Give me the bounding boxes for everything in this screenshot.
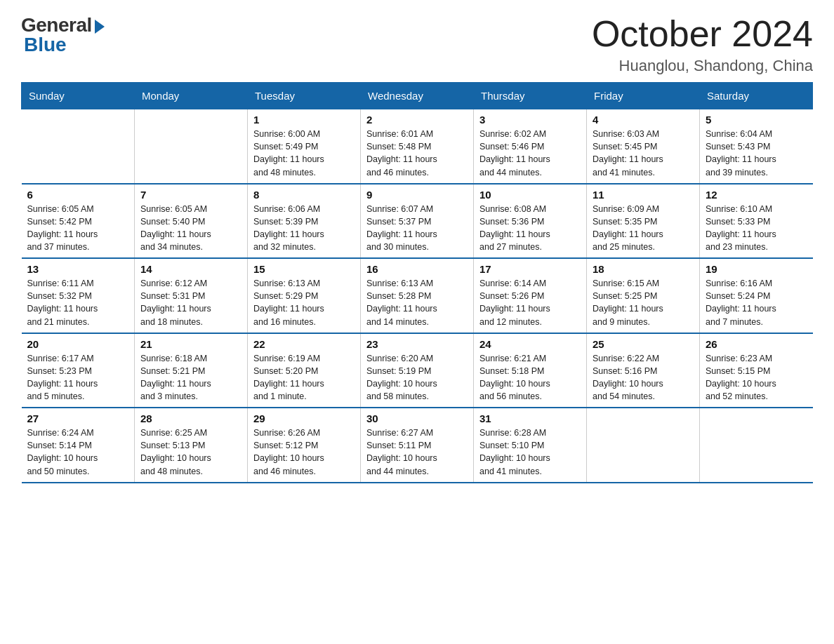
day-info: Sunrise: 6:16 AM Sunset: 5:24 PM Dayligh… bbox=[706, 279, 776, 326]
day-number: 28 bbox=[140, 412, 241, 424]
calendar-week-row: 13Sunrise: 6:11 AM Sunset: 5:32 PM Dayli… bbox=[22, 258, 813, 333]
day-of-week-header: Thursday bbox=[474, 83, 587, 109]
calendar-week-row: 27Sunrise: 6:24 AM Sunset: 5:14 PM Dayli… bbox=[22, 408, 813, 483]
calendar-day-cell: 18Sunrise: 6:15 AM Sunset: 5:25 PM Dayli… bbox=[587, 258, 700, 333]
day-number: 11 bbox=[593, 189, 694, 201]
day-number: 14 bbox=[140, 263, 241, 275]
day-info: Sunrise: 6:05 AM Sunset: 5:40 PM Dayligh… bbox=[140, 204, 211, 252]
calendar-day-cell: 8Sunrise: 6:06 AM Sunset: 5:39 PM Daylig… bbox=[248, 184, 361, 259]
calendar-day-cell bbox=[135, 109, 248, 184]
day-info: Sunrise: 6:12 AM Sunset: 5:31 PM Dayligh… bbox=[140, 279, 211, 326]
day-number: 26 bbox=[706, 338, 807, 350]
calendar-title: October 2024 bbox=[592, 14, 813, 54]
day-info: Sunrise: 6:19 AM Sunset: 5:20 PM Dayligh… bbox=[253, 354, 324, 401]
day-info: Sunrise: 6:15 AM Sunset: 5:25 PM Dayligh… bbox=[593, 279, 663, 326]
calendar-day-cell: 25Sunrise: 6:22 AM Sunset: 5:16 PM Dayli… bbox=[587, 333, 700, 408]
calendar-day-cell: 21Sunrise: 6:18 AM Sunset: 5:21 PM Dayli… bbox=[135, 333, 248, 408]
day-of-week-header: Friday bbox=[587, 83, 700, 109]
day-info: Sunrise: 6:23 AM Sunset: 5:15 PM Dayligh… bbox=[706, 354, 776, 401]
day-number: 2 bbox=[366, 114, 468, 126]
calendar-day-cell: 17Sunrise: 6:14 AM Sunset: 5:26 PM Dayli… bbox=[474, 258, 587, 333]
page-header: General Blue October 2024 Huanglou, Shan… bbox=[21, 14, 813, 75]
day-number: 7 bbox=[140, 189, 241, 201]
logo-arrow-icon bbox=[95, 20, 105, 34]
day-info: Sunrise: 6:05 AM Sunset: 5:42 PM Dayligh… bbox=[27, 204, 98, 252]
day-number: 20 bbox=[27, 338, 129, 350]
day-number: 1 bbox=[253, 114, 355, 126]
day-info: Sunrise: 6:24 AM Sunset: 5:14 PM Dayligh… bbox=[27, 428, 98, 476]
day-number: 22 bbox=[253, 338, 355, 350]
calendar-day-cell: 15Sunrise: 6:13 AM Sunset: 5:29 PM Dayli… bbox=[248, 258, 361, 333]
day-number: 10 bbox=[479, 189, 581, 201]
calendar-day-cell: 5Sunrise: 6:04 AM Sunset: 5:43 PM Daylig… bbox=[700, 109, 813, 184]
calendar-day-cell: 13Sunrise: 6:11 AM Sunset: 5:32 PM Dayli… bbox=[22, 258, 135, 333]
day-number: 8 bbox=[253, 189, 355, 201]
day-number: 3 bbox=[479, 114, 581, 126]
calendar-week-row: 1Sunrise: 6:00 AM Sunset: 5:49 PM Daylig… bbox=[22, 109, 813, 184]
calendar-day-cell bbox=[22, 109, 135, 184]
calendar-day-cell: 29Sunrise: 6:26 AM Sunset: 5:12 PM Dayli… bbox=[248, 408, 361, 483]
calendar-day-cell: 16Sunrise: 6:13 AM Sunset: 5:28 PM Dayli… bbox=[361, 258, 474, 333]
day-of-week-header: Saturday bbox=[700, 83, 813, 109]
logo-blue-text: Blue bbox=[24, 34, 67, 56]
calendar-week-row: 20Sunrise: 6:17 AM Sunset: 5:23 PM Dayli… bbox=[22, 333, 813, 408]
day-number: 21 bbox=[140, 338, 241, 350]
day-info: Sunrise: 6:25 AM Sunset: 5:13 PM Dayligh… bbox=[140, 428, 211, 476]
day-info: Sunrise: 6:07 AM Sunset: 5:37 PM Dayligh… bbox=[366, 204, 437, 252]
calendar-table: SundayMondayTuesdayWednesdayThursdayFrid… bbox=[21, 82, 813, 483]
day-info: Sunrise: 6:13 AM Sunset: 5:29 PM Dayligh… bbox=[253, 279, 324, 326]
calendar-day-cell: 2Sunrise: 6:01 AM Sunset: 5:48 PM Daylig… bbox=[361, 109, 474, 184]
calendar-day-cell: 28Sunrise: 6:25 AM Sunset: 5:13 PM Dayli… bbox=[135, 408, 248, 483]
day-header-row: SundayMondayTuesdayWednesdayThursdayFrid… bbox=[22, 83, 813, 109]
day-number: 13 bbox=[27, 263, 129, 275]
day-info: Sunrise: 6:21 AM Sunset: 5:18 PM Dayligh… bbox=[479, 354, 550, 401]
calendar-day-cell: 10Sunrise: 6:08 AM Sunset: 5:36 PM Dayli… bbox=[474, 184, 587, 259]
logo: General Blue bbox=[21, 14, 105, 56]
calendar-day-cell: 4Sunrise: 6:03 AM Sunset: 5:45 PM Daylig… bbox=[587, 109, 700, 184]
day-of-week-header: Tuesday bbox=[248, 83, 361, 109]
calendar-day-cell: 20Sunrise: 6:17 AM Sunset: 5:23 PM Dayli… bbox=[22, 333, 135, 408]
day-of-week-header: Wednesday bbox=[361, 83, 474, 109]
day-info: Sunrise: 6:18 AM Sunset: 5:21 PM Dayligh… bbox=[140, 354, 211, 401]
calendar-day-cell: 30Sunrise: 6:27 AM Sunset: 5:11 PM Dayli… bbox=[361, 408, 474, 483]
calendar-day-cell: 22Sunrise: 6:19 AM Sunset: 5:20 PM Dayli… bbox=[248, 333, 361, 408]
day-info: Sunrise: 6:06 AM Sunset: 5:39 PM Dayligh… bbox=[253, 204, 324, 252]
day-info: Sunrise: 6:00 AM Sunset: 5:49 PM Dayligh… bbox=[253, 129, 324, 177]
day-info: Sunrise: 6:10 AM Sunset: 5:33 PM Dayligh… bbox=[706, 204, 776, 252]
day-info: Sunrise: 6:02 AM Sunset: 5:46 PM Dayligh… bbox=[479, 129, 550, 177]
day-number: 12 bbox=[706, 189, 807, 201]
calendar-week-row: 6Sunrise: 6:05 AM Sunset: 5:42 PM Daylig… bbox=[22, 184, 813, 259]
calendar-day-cell: 26Sunrise: 6:23 AM Sunset: 5:15 PM Dayli… bbox=[700, 333, 813, 408]
day-info: Sunrise: 6:26 AM Sunset: 5:12 PM Dayligh… bbox=[253, 428, 324, 476]
calendar-day-cell bbox=[700, 408, 813, 483]
day-info: Sunrise: 6:14 AM Sunset: 5:26 PM Dayligh… bbox=[479, 279, 550, 326]
day-number: 24 bbox=[479, 338, 581, 350]
calendar-day-cell: 14Sunrise: 6:12 AM Sunset: 5:31 PM Dayli… bbox=[135, 258, 248, 333]
title-section: October 2024 Huanglou, Shandong, China bbox=[592, 14, 813, 75]
day-number: 19 bbox=[706, 263, 807, 275]
day-info: Sunrise: 6:09 AM Sunset: 5:35 PM Dayligh… bbox=[593, 204, 663, 252]
calendar-day-cell: 23Sunrise: 6:20 AM Sunset: 5:19 PM Dayli… bbox=[361, 333, 474, 408]
day-info: Sunrise: 6:22 AM Sunset: 5:16 PM Dayligh… bbox=[593, 354, 663, 401]
calendar-day-cell: 6Sunrise: 6:05 AM Sunset: 5:42 PM Daylig… bbox=[22, 184, 135, 259]
day-number: 4 bbox=[593, 114, 694, 126]
calendar-day-cell: 1Sunrise: 6:00 AM Sunset: 5:49 PM Daylig… bbox=[248, 109, 361, 184]
day-info: Sunrise: 6:04 AM Sunset: 5:43 PM Dayligh… bbox=[706, 129, 776, 177]
day-number: 15 bbox=[253, 263, 355, 275]
day-of-week-header: Monday bbox=[135, 83, 248, 109]
calendar-day-cell: 7Sunrise: 6:05 AM Sunset: 5:40 PM Daylig… bbox=[135, 184, 248, 259]
day-number: 16 bbox=[366, 263, 468, 275]
calendar-day-cell bbox=[587, 408, 700, 483]
day-number: 29 bbox=[253, 412, 355, 424]
calendar-body: 1Sunrise: 6:00 AM Sunset: 5:49 PM Daylig… bbox=[22, 109, 813, 483]
day-info: Sunrise: 6:27 AM Sunset: 5:11 PM Dayligh… bbox=[366, 428, 437, 476]
calendar-header: SundayMondayTuesdayWednesdayThursdayFrid… bbox=[22, 83, 813, 109]
calendar-day-cell: 24Sunrise: 6:21 AM Sunset: 5:18 PM Dayli… bbox=[474, 333, 587, 408]
calendar-day-cell: 19Sunrise: 6:16 AM Sunset: 5:24 PM Dayli… bbox=[700, 258, 813, 333]
day-number: 18 bbox=[593, 263, 694, 275]
calendar-day-cell: 31Sunrise: 6:28 AM Sunset: 5:10 PM Dayli… bbox=[474, 408, 587, 483]
day-info: Sunrise: 6:20 AM Sunset: 5:19 PM Dayligh… bbox=[366, 354, 437, 401]
day-number: 25 bbox=[593, 338, 694, 350]
day-info: Sunrise: 6:13 AM Sunset: 5:28 PM Dayligh… bbox=[366, 279, 437, 326]
calendar-day-cell: 9Sunrise: 6:07 AM Sunset: 5:37 PM Daylig… bbox=[361, 184, 474, 259]
